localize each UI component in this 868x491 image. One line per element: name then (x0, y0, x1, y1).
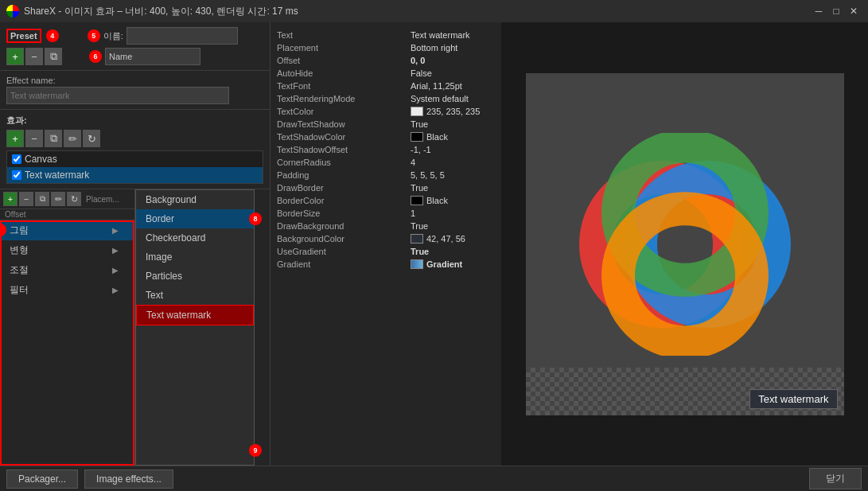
bottom-left: + − ⧉ ✏ ↻ Placem... Offset 7 그림 (0, 189, 270, 466)
preset-section: Preset 4 5 이름: + − ⧉ 6 Name (0, 22, 270, 71)
sharex-logo-svg (574, 133, 796, 356)
prop-value: True (411, 247, 429, 256)
close-dialog-button[interactable]: 닫기 (809, 468, 862, 489)
effect-text-watermark[interactable]: Text watermark (7, 167, 263, 183)
prop-row: AutoHideFalse (277, 67, 495, 80)
prop-row: BackgroundColor42, 47, 56 (277, 232, 495, 245)
app-icon (6, 5, 19, 18)
prop-value: 0, 0 (411, 56, 425, 65)
prop-row: Offset0, 0 (277, 54, 495, 67)
prop-row: GradientGradient (277, 258, 495, 271)
effect-remove-button[interactable]: − (25, 130, 43, 147)
prop-name: TextRenderingMode (277, 94, 404, 103)
preview-area: Text watermark (501, 22, 868, 466)
color-swatch (411, 234, 423, 244)
prop-value: False (411, 68, 432, 78)
prop-row: DrawBackgroundTrue (277, 220, 495, 232)
title-text: ShareX - 이미지 효과 – 너비: 400, 높이: 430, 렌더링 … (24, 5, 806, 18)
preview-canvas: Text watermark (526, 73, 844, 415)
prop-name: AutoHide (277, 68, 404, 78)
prop-row: Padding5, 5, 5, 5 (277, 169, 495, 181)
dropdown-particles[interactable]: Particles (136, 267, 254, 286)
prop-row: TextFontArial, 11,25pt (277, 80, 495, 92)
effect-copy-button[interactable]: ⧉ (45, 130, 62, 147)
main-content: Preset 4 5 이름: + − ⧉ 6 Name (0, 22, 868, 466)
offset-label: Offset (0, 209, 134, 220)
maximize-button[interactable]: □ (828, 3, 844, 19)
menu-red-border (0, 220, 134, 466)
bottom-copy-btn[interactable]: ⧉ (35, 192, 49, 206)
prop-row: PlacementBottom right (277, 41, 495, 54)
watermark-text: Text watermark (758, 393, 828, 405)
prop-row: TextText watermark (277, 29, 495, 41)
prop-value: Text watermark (411, 30, 470, 40)
effect-edit-button[interactable]: ✏ (64, 130, 81, 147)
prop-value: 4 (411, 158, 415, 167)
prop-row: DrawBorderTrue (277, 181, 495, 194)
badge-9: 9 (249, 444, 262, 457)
prop-value: 1 (411, 208, 415, 218)
canvas-checkbox[interactable] (12, 154, 21, 164)
dropdown-checkerboard[interactable]: Checkerboard (136, 228, 254, 247)
effect-canvas[interactable]: Canvas (7, 151, 263, 167)
preset-remove-button[interactable]: − (25, 48, 43, 65)
text-watermark-checkbox[interactable] (12, 170, 21, 180)
prop-row: DrawTextShadowTrue (277, 118, 495, 131)
bottom-refresh-btn[interactable]: ↻ (67, 192, 81, 206)
color-swatch (411, 107, 423, 116)
effect-refresh-button[interactable]: ↻ (83, 130, 100, 147)
watermark-overlay: Text watermark (749, 389, 837, 409)
prop-value: Bottom right (411, 43, 457, 53)
text-watermark-label: Text watermark (25, 170, 89, 181)
preset-add-button[interactable]: + (6, 48, 24, 65)
properties-panel: TextText watermarkPlacementBottom rightO… (271, 22, 501, 466)
packager-button[interactable]: Packager... (6, 470, 78, 489)
prop-value: True (411, 221, 428, 231)
effect-name-input[interactable] (6, 87, 229, 104)
bottom-edit-btn[interactable]: ✏ (51, 192, 65, 206)
properties-container: TextText watermarkPlacementBottom rightO… (277, 29, 495, 271)
minimize-button[interactable]: ─ (811, 3, 827, 19)
bottom-add-btn[interactable]: + (3, 192, 18, 206)
effect-list: Canvas Text watermark (6, 150, 263, 184)
effect-add-button[interactable]: + (6, 130, 24, 147)
prop-row: BorderSize1 (277, 207, 495, 220)
left-menu-panel: + − ⧉ ✏ ↻ Placem... Offset 7 그림 (0, 189, 135, 466)
prop-row: TextShadowOffset-1, -1 (277, 143, 495, 156)
dropdown-image[interactable]: Image (136, 247, 254, 267)
badge-5: 5 (88, 29, 100, 42)
left-panel: Preset 4 5 이름: + − ⧉ 6 Name (0, 22, 271, 466)
dropdown-border[interactable]: Border (136, 209, 254, 228)
prop-name: BorderSize (277, 208, 404, 218)
close-button[interactable]: ✕ (846, 3, 862, 19)
prop-row: CornerRadius4 (277, 156, 495, 169)
iname-input[interactable] (127, 27, 238, 45)
bottom-toolbar: + − ⧉ ✏ ↻ Placem... (0, 189, 134, 209)
dropdown-text-watermark[interactable]: Text watermark (136, 305, 254, 325)
name-input[interactable]: Name (105, 48, 200, 65)
prop-value: True (411, 119, 428, 129)
dropdown-text[interactable]: Text (136, 286, 254, 305)
prop-row: TextRenderingModeSystem default (277, 92, 495, 105)
prop-name: DrawBackground (277, 221, 404, 231)
prop-value: System default (411, 94, 469, 103)
bottom-remove-btn[interactable]: − (19, 192, 33, 206)
prop-name: TextFont (277, 81, 404, 91)
prop-name: BackgroundColor (277, 234, 404, 244)
preset-copy-button[interactable]: ⧉ (45, 48, 62, 65)
prop-value: Arial, 11,25pt (411, 81, 462, 91)
prop-name: TextShadowOffset (277, 145, 404, 154)
image-effects-button[interactable]: Image effects... (84, 470, 173, 489)
prop-name: UseGradient (277, 247, 404, 256)
badge-6: 6 (89, 50, 102, 63)
prop-row: TextShadowColorBlack (277, 131, 495, 143)
prop-name: Placement (277, 43, 404, 53)
menu-area: 7 그림 ▶ 변형 ▶ 조절 ▶ (0, 220, 134, 466)
prop-name: Gradient (277, 259, 404, 269)
prop-name: Padding (277, 170, 404, 180)
prop-name: DrawBorder (277, 183, 404, 193)
prop-name: DrawTextShadow (277, 119, 404, 129)
placem-label: Placem... (86, 195, 119, 204)
dropdown-background[interactable]: Background (136, 190, 254, 209)
prop-value: 235, 235, 235 (411, 107, 480, 116)
